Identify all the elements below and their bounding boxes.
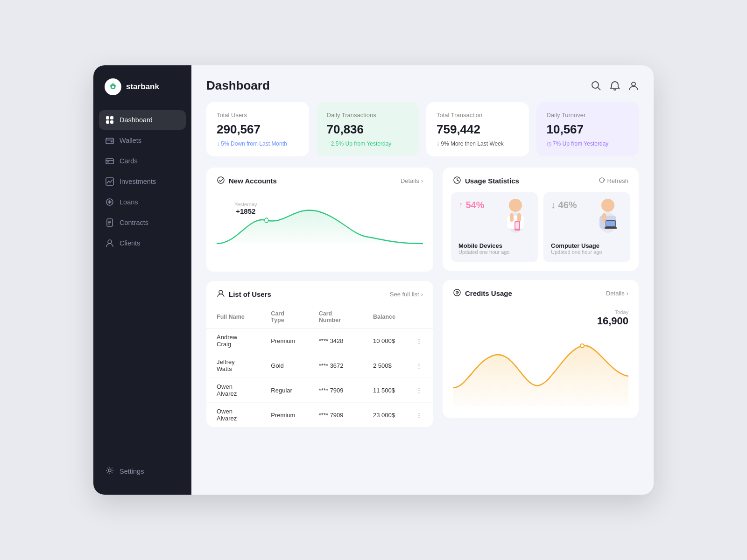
- notification-icon[interactable]: [610, 81, 620, 91]
- credits-chart: Today 16,900: [443, 305, 639, 418]
- credits-usage-card: Credits Usage Details › Today 16,900: [443, 280, 639, 418]
- wallet-icon: [106, 136, 114, 145]
- user-card-number: **** 7909: [309, 403, 363, 427]
- sidebar-bottom: Settings: [93, 461, 191, 482]
- svg-point-19: [592, 82, 599, 88]
- sidebar-item-loans[interactable]: Loans: [99, 192, 186, 212]
- stat-value: 759,442: [437, 122, 519, 137]
- main-content: Dashboard: [191, 65, 654, 495]
- sidebar-item-label: Dashboard: [120, 116, 153, 124]
- user-balance: 10 000$: [363, 329, 406, 353]
- new-accounts-header: New Accounts Details ›: [206, 168, 433, 192]
- table-row: Owen Alvarez Premium **** 7909 23 000$ ⋮: [206, 403, 433, 427]
- svg-point-2: [112, 86, 114, 88]
- user-balance: 23 000$: [363, 403, 406, 427]
- stat-card-daily-transactions: Daily Transactions 70,836 ↑ 2,5% Up from…: [317, 102, 419, 156]
- row-menu-button[interactable]: ⋮: [406, 353, 433, 378]
- col-cardnumber: Card Number: [309, 306, 363, 329]
- refresh-button[interactable]: Refresh: [599, 177, 628, 185]
- svg-rect-4: [110, 116, 113, 119]
- new-accounts-chart: Yesterday +1852: [206, 192, 433, 272]
- see-full-list-button[interactable]: See full list ›: [390, 291, 423, 298]
- computer-time: Updated one hour ago: [551, 249, 602, 255]
- credits-today-label: Today 16,900: [453, 309, 628, 327]
- stat-change: ◷ 7% Up from Yesterday: [547, 140, 629, 147]
- svg-rect-8: [111, 141, 113, 142]
- usage-header: Usage Statistics Refresh: [443, 168, 639, 192]
- svg-point-27: [509, 199, 522, 212]
- mobile-time: Updated one hour ago: [458, 249, 509, 255]
- users-header: List of Users See full list ›: [206, 281, 433, 306]
- svg-rect-6: [110, 120, 113, 124]
- chevron-right-icon: ›: [627, 290, 628, 297]
- chevron-right-icon: ›: [421, 177, 423, 184]
- svg-rect-30: [510, 213, 514, 222]
- mobile-figure: [497, 197, 534, 239]
- svg-point-24: [265, 218, 268, 222]
- new-accounts-title: New Accounts: [217, 176, 277, 186]
- credits-header: Credits Usage Details ›: [443, 280, 639, 305]
- new-accounts-card: New Accounts Details › Yesterday +1852: [206, 168, 433, 272]
- computer-name: Computer Usage: [551, 242, 599, 249]
- col-balance: Balance: [363, 306, 406, 329]
- col-cardtype: Card Type: [261, 306, 308, 329]
- svg-rect-10: [107, 161, 109, 162]
- chart-label: Yesterday +1852: [234, 202, 257, 215]
- credits-title: Credits Usage: [453, 288, 512, 298]
- user-card-type: Gold: [261, 353, 308, 378]
- sidebar-item-contracts[interactable]: Contracts: [99, 213, 186, 232]
- svg-rect-37: [602, 213, 606, 222]
- table-row: Jeffrey Watts Gold **** 3672 2 500$ ⋮: [206, 353, 433, 378]
- new-accounts-details[interactable]: Details ›: [401, 177, 423, 184]
- stat-card-total-users: Total Users 290,567 ↓ 5% Down from Last …: [206, 102, 309, 156]
- profile-icon[interactable]: [628, 81, 639, 91]
- stat-change: ↑ 2,5% Up from Yesterday: [327, 140, 409, 147]
- stat-label: Daily Transactions: [327, 112, 409, 119]
- logo-icon: [105, 78, 121, 95]
- svg-point-34: [601, 199, 614, 212]
- svg-point-18: [108, 469, 111, 472]
- clients-icon: [106, 239, 114, 247]
- row-menu-button[interactable]: ⋮: [406, 329, 433, 353]
- mobile-percent: ↑ 54%: [458, 200, 485, 210]
- stat-label: Daily Turnover: [547, 112, 629, 119]
- usage-statistics-card: Usage Statistics Refresh: [443, 168, 639, 271]
- col-actions: [406, 306, 433, 329]
- col-fullname: Full Name: [206, 306, 261, 329]
- stat-value: 70,836: [327, 122, 409, 137]
- stat-change: ↕ 9% More then Last Week: [437, 140, 519, 147]
- stat-value: 10,567: [547, 122, 629, 137]
- row-menu-button[interactable]: ⋮: [406, 378, 433, 403]
- new-accounts-icon: [217, 176, 225, 186]
- dashboard-icon: [106, 116, 114, 124]
- sidebar-item-wallets[interactable]: Wallets: [99, 131, 186, 150]
- card-icon: [106, 157, 114, 165]
- sidebar-item-investments[interactable]: Investments: [99, 172, 186, 191]
- svg-rect-31: [517, 213, 521, 222]
- user-card-number: **** 3672: [309, 353, 363, 378]
- header-actions: [591, 81, 639, 91]
- sidebar-item-dashboard[interactable]: Dashboard: [99, 110, 186, 130]
- row-menu-button[interactable]: ⋮: [406, 403, 433, 427]
- content-grid: New Accounts Details › Yesterday +1852: [191, 168, 654, 495]
- svg-rect-40: [605, 227, 617, 229]
- sidebar-item-cards[interactable]: Cards: [99, 151, 186, 171]
- settings-label: Settings: [120, 468, 144, 475]
- table-row: Owen Alvarez Regular **** 7909 11 500$ ⋮: [206, 378, 433, 403]
- user-card-number: **** 7909: [309, 378, 363, 403]
- svg-rect-9: [106, 159, 113, 164]
- sidebar-item-clients[interactable]: Clients: [99, 233, 186, 253]
- nav-items: Dashboard Wallets: [93, 110, 191, 461]
- credits-details-button[interactable]: Details ›: [606, 290, 628, 297]
- refresh-icon: [599, 177, 605, 185]
- user-card-type: Premium: [261, 329, 308, 353]
- sidebar-item-label: Contracts: [120, 219, 148, 226]
- computer-usage-card: ↓ 46%: [543, 192, 630, 262]
- settings-icon: [106, 466, 114, 476]
- computer-figure: [589, 197, 627, 239]
- search-icon[interactable]: [591, 81, 601, 91]
- settings-item[interactable]: Settings: [99, 461, 186, 482]
- logo-text: starbank: [126, 82, 159, 91]
- stat-change: ↓ 5% Down from Last Month: [217, 140, 299, 147]
- users-title: List of Users: [217, 289, 271, 299]
